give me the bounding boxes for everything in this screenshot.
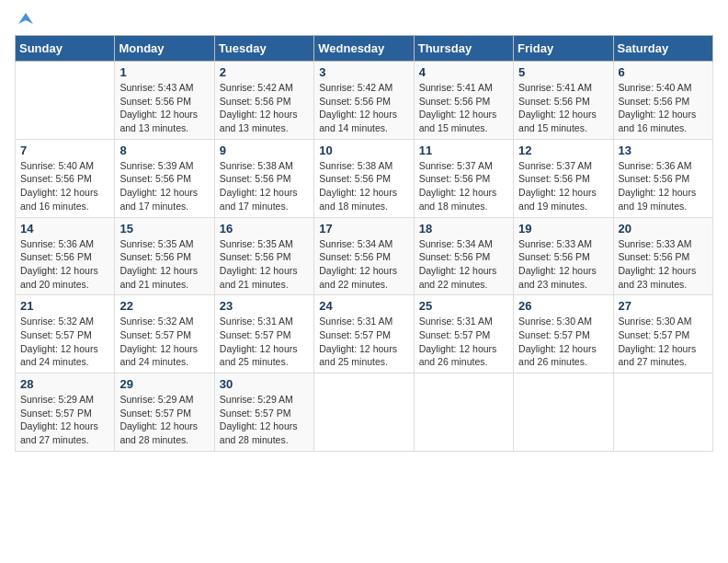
day-info: Sunrise: 5:31 AM Sunset: 5:57 PM Dayligh… (319, 315, 408, 369)
calendar-header-row: SundayMondayTuesdayWednesdayThursdayFrid… (16, 36, 713, 62)
day-number: 28 (20, 377, 109, 391)
day-info: Sunrise: 5:33 AM Sunset: 5:56 PM Dayligh… (619, 237, 708, 292)
week-row-2: 7Sunrise: 5:40 AM Sunset: 5:56 PM Daylig… (16, 139, 713, 217)
col-header-sunday: Sunday (16, 36, 115, 62)
calendar-cell (314, 373, 414, 452)
day-number: 14 (20, 222, 109, 236)
day-number: 29 (119, 377, 209, 391)
day-info: Sunrise: 5:36 AM Sunset: 5:56 PM Dayligh… (619, 159, 708, 213)
day-info: Sunrise: 5:41 AM Sunset: 5:56 PM Dayligh… (419, 81, 508, 135)
calendar-cell: 10Sunrise: 5:38 AM Sunset: 5:56 PM Dayli… (314, 139, 414, 217)
day-info: Sunrise: 5:35 AM Sunset: 5:56 PM Dayligh… (220, 237, 309, 292)
day-number: 4 (419, 65, 508, 79)
day-info: Sunrise: 5:40 AM Sunset: 5:56 PM Dayligh… (20, 159, 109, 213)
day-number: 30 (220, 377, 309, 391)
day-number: 13 (619, 144, 708, 157)
calendar-cell: 23Sunrise: 5:31 AM Sunset: 5:57 PM Dayli… (214, 295, 313, 373)
day-number: 6 (619, 65, 708, 79)
day-number: 20 (619, 222, 708, 236)
day-info: Sunrise: 5:29 AM Sunset: 5:57 PM Dayligh… (20, 393, 109, 447)
week-row-1: 1Sunrise: 5:43 AM Sunset: 5:56 PM Daylig… (16, 62, 713, 140)
day-number: 26 (518, 299, 608, 313)
calendar-table: SundayMondayTuesdayWednesdayThursdayFrid… (15, 35, 713, 452)
day-info: Sunrise: 5:37 AM Sunset: 5:56 PM Dayligh… (518, 159, 608, 213)
day-number: 16 (220, 222, 309, 236)
day-number: 18 (419, 222, 508, 236)
calendar-cell: 13Sunrise: 5:36 AM Sunset: 5:56 PM Dayli… (613, 139, 712, 217)
calendar-cell: 25Sunrise: 5:31 AM Sunset: 5:57 PM Dayli… (414, 295, 513, 373)
calendar-cell: 27Sunrise: 5:30 AM Sunset: 5:57 PM Dayli… (613, 295, 712, 373)
day-info: Sunrise: 5:34 AM Sunset: 5:56 PM Dayligh… (319, 237, 408, 292)
day-info: Sunrise: 5:39 AM Sunset: 5:56 PM Dayligh… (119, 159, 209, 213)
day-info: Sunrise: 5:32 AM Sunset: 5:57 PM Dayligh… (20, 315, 109, 369)
calendar-cell: 2Sunrise: 5:42 AM Sunset: 5:56 PM Daylig… (214, 62, 313, 140)
day-info: Sunrise: 5:42 AM Sunset: 5:56 PM Dayligh… (319, 81, 408, 135)
calendar-cell: 5Sunrise: 5:41 AM Sunset: 5:56 PM Daylig… (514, 62, 613, 140)
calendar-cell: 12Sunrise: 5:37 AM Sunset: 5:56 PM Dayli… (514, 139, 613, 217)
day-number: 11 (419, 144, 508, 157)
week-row-4: 21Sunrise: 5:32 AM Sunset: 5:57 PM Dayli… (16, 295, 713, 373)
calendar-cell: 29Sunrise: 5:29 AM Sunset: 5:57 PM Dayli… (115, 373, 214, 452)
day-info: Sunrise: 5:43 AM Sunset: 5:56 PM Dayligh… (119, 81, 209, 135)
col-header-friday: Friday (514, 36, 613, 62)
day-info: Sunrise: 5:42 AM Sunset: 5:56 PM Dayligh… (220, 81, 309, 135)
day-info: Sunrise: 5:29 AM Sunset: 5:57 PM Dayligh… (220, 393, 309, 447)
day-info: Sunrise: 5:35 AM Sunset: 5:56 PM Dayligh… (119, 237, 209, 292)
day-info: Sunrise: 5:29 AM Sunset: 5:57 PM Dayligh… (119, 393, 209, 447)
calendar-cell: 19Sunrise: 5:33 AM Sunset: 5:56 PM Dayli… (514, 217, 613, 295)
calendar-cell: 8Sunrise: 5:39 AM Sunset: 5:56 PM Daylig… (115, 139, 214, 217)
calendar-cell: 28Sunrise: 5:29 AM Sunset: 5:57 PM Dayli… (16, 373, 115, 452)
week-row-3: 14Sunrise: 5:36 AM Sunset: 5:56 PM Dayli… (16, 217, 713, 295)
day-number: 10 (319, 144, 408, 157)
day-number: 24 (319, 299, 408, 313)
day-number: 15 (119, 222, 209, 236)
calendar-cell: 4Sunrise: 5:41 AM Sunset: 5:56 PM Daylig… (414, 62, 513, 140)
day-number: 1 (119, 65, 209, 79)
calendar-cell: 15Sunrise: 5:35 AM Sunset: 5:56 PM Dayli… (115, 217, 214, 295)
week-row-5: 28Sunrise: 5:29 AM Sunset: 5:57 PM Dayli… (16, 373, 713, 452)
calendar-cell: 30Sunrise: 5:29 AM Sunset: 5:57 PM Dayli… (214, 373, 313, 452)
day-info: Sunrise: 5:38 AM Sunset: 5:56 PM Dayligh… (220, 159, 309, 213)
col-header-monday: Monday (115, 36, 214, 62)
page-header (15, 15, 713, 28)
day-number: 9 (220, 144, 309, 157)
day-info: Sunrise: 5:40 AM Sunset: 5:56 PM Dayligh… (619, 81, 708, 135)
day-info: Sunrise: 5:30 AM Sunset: 5:57 PM Dayligh… (518, 315, 608, 369)
calendar-cell (414, 373, 513, 452)
day-number: 25 (419, 299, 508, 313)
calendar-cell (613, 373, 712, 452)
day-info: Sunrise: 5:36 AM Sunset: 5:56 PM Dayligh… (20, 237, 109, 292)
col-header-saturday: Saturday (613, 36, 712, 62)
col-header-thursday: Thursday (414, 36, 513, 62)
day-number: 7 (20, 144, 109, 157)
calendar-cell (514, 373, 613, 452)
day-info: Sunrise: 5:38 AM Sunset: 5:56 PM Dayligh… (319, 159, 408, 213)
day-info: Sunrise: 5:30 AM Sunset: 5:57 PM Dayligh… (619, 315, 708, 369)
calendar-cell: 22Sunrise: 5:32 AM Sunset: 5:57 PM Dayli… (115, 295, 214, 373)
day-number: 27 (619, 299, 708, 313)
day-info: Sunrise: 5:41 AM Sunset: 5:56 PM Dayligh… (518, 81, 608, 135)
calendar-cell: 18Sunrise: 5:34 AM Sunset: 5:56 PM Dayli… (414, 217, 513, 295)
calendar-cell: 6Sunrise: 5:40 AM Sunset: 5:56 PM Daylig… (613, 62, 712, 140)
day-number: 19 (518, 222, 608, 236)
day-number: 3 (319, 65, 408, 79)
day-info: Sunrise: 5:31 AM Sunset: 5:57 PM Dayligh… (419, 315, 508, 369)
day-info: Sunrise: 5:31 AM Sunset: 5:57 PM Dayligh… (220, 315, 309, 369)
calendar-cell (16, 62, 115, 140)
day-number: 8 (119, 144, 209, 157)
day-number: 12 (518, 144, 608, 157)
day-info: Sunrise: 5:33 AM Sunset: 5:56 PM Dayligh… (518, 237, 608, 292)
logo-bird-icon (17, 11, 35, 29)
calendar-cell: 21Sunrise: 5:32 AM Sunset: 5:57 PM Dayli… (16, 295, 115, 373)
day-number: 5 (518, 65, 608, 79)
day-info: Sunrise: 5:34 AM Sunset: 5:56 PM Dayligh… (419, 237, 508, 292)
calendar-cell: 24Sunrise: 5:31 AM Sunset: 5:57 PM Dayli… (314, 295, 414, 373)
calendar-cell: 14Sunrise: 5:36 AM Sunset: 5:56 PM Dayli… (16, 217, 115, 295)
calendar-cell: 11Sunrise: 5:37 AM Sunset: 5:56 PM Dayli… (414, 139, 513, 217)
calendar-cell: 1Sunrise: 5:43 AM Sunset: 5:56 PM Daylig… (115, 62, 214, 140)
day-number: 23 (220, 299, 309, 313)
calendar-cell: 7Sunrise: 5:40 AM Sunset: 5:56 PM Daylig… (16, 139, 115, 217)
logo (15, 15, 35, 28)
day-number: 21 (20, 299, 109, 313)
day-number: 17 (319, 222, 408, 236)
